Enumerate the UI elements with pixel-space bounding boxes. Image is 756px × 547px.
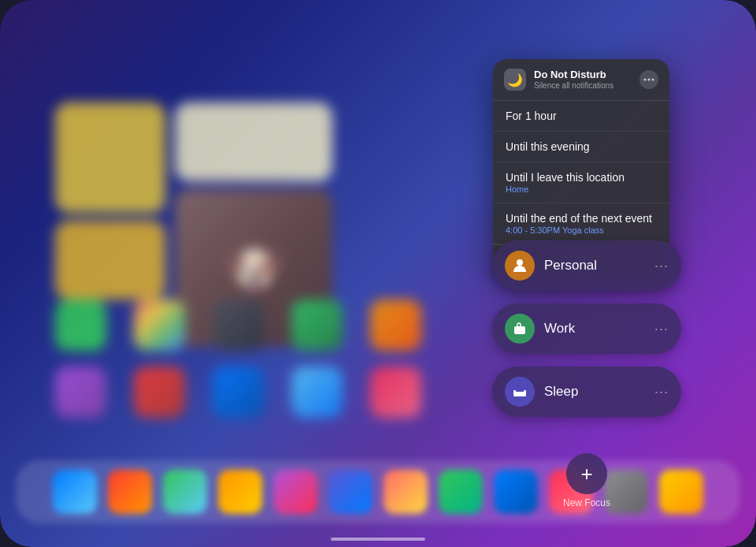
work-icon (505, 314, 535, 344)
dnd-item-label-until-event: Until the end of the next event (506, 212, 657, 225)
dnd-item-label-for-1-hour: For 1 hour (506, 110, 657, 122)
app-icon-orange (370, 300, 421, 351)
dock-icon-4 (218, 470, 262, 514)
widget-yellow-bottom (55, 221, 165, 300)
svg-point-2 (652, 79, 654, 81)
dnd-header-text: Do Not Disturb Silence all notifications (534, 69, 632, 91)
moon-icon: 🌙 (504, 69, 526, 91)
app-icon-purple (55, 367, 106, 418)
focus-label-sleep: Sleep (544, 384, 645, 400)
dnd-item-sublabel-home: Home (506, 184, 657, 194)
focus-buttons: Personal ··· Work ··· (492, 240, 681, 417)
ellipsis-icon (643, 78, 654, 81)
app-icon-camera (213, 300, 264, 351)
dnd-menu-item-until-event[interactable]: Until the end of the next event 4:00 - 5… (493, 203, 669, 244)
svg-rect-8 (513, 395, 526, 396)
app-icons-grid (55, 300, 433, 418)
app-icon-photos (134, 300, 185, 351)
person-icon (512, 258, 528, 274)
svg-point-3 (517, 259, 523, 266)
dnd-item-label-until-location: Until I leave this location (506, 171, 657, 184)
dock-icon-5 (273, 470, 317, 514)
new-focus-circle: + (566, 453, 607, 494)
app-icon-green (291, 300, 343, 351)
home-indicator (331, 538, 425, 541)
dnd-item-sublabel-yoga: 4:00 - 5:30PM Yoga class (506, 225, 657, 235)
svg-rect-7 (524, 390, 526, 393)
app-icon-teal (291, 367, 343, 418)
dnd-menu-item-until-evening[interactable]: Until this evening (493, 132, 669, 162)
dnd-subtitle: Silence all notifications (534, 81, 632, 91)
dnd-menu-item-for-1-hour[interactable]: For 1 hour (493, 101, 669, 132)
focus-button-sleep[interactable]: Sleep ··· (492, 367, 681, 417)
sleep-icon (505, 377, 535, 407)
widget-notes (175, 102, 332, 181)
new-focus-plus-icon: + (580, 462, 592, 486)
widget-yellow-top (55, 102, 165, 213)
ipad-frame: 🐶 � (0, 0, 756, 547)
dnd-title: Do Not Disturb (534, 69, 632, 81)
dock-icon-8 (439, 470, 483, 514)
svg-rect-6 (513, 390, 516, 393)
dock-icon-6 (328, 470, 372, 514)
briefcase-icon (512, 321, 528, 337)
svg-point-1 (648, 79, 650, 81)
app-grid-area: 🐶 (24, 47, 465, 481)
app-icon-blue (213, 367, 264, 418)
svg-rect-4 (514, 326, 525, 334)
focus-label-work: Work (544, 321, 645, 337)
focus-more-work[interactable]: ··· (654, 321, 669, 337)
dock-icon-2 (108, 470, 152, 514)
dnd-header: 🌙 Do Not Disturb Silence all notificatio… (493, 59, 669, 101)
app-icon-messages (55, 300, 106, 351)
dock-icon-1 (53, 470, 97, 514)
dnd-more-button[interactable] (639, 70, 658, 89)
focus-button-personal[interactable]: Personal ··· (492, 240, 681, 291)
focus-label-personal: Personal (544, 258, 645, 274)
bed-icon (512, 384, 528, 400)
dnd-item-label-until-evening: Until this evening (506, 140, 657, 153)
dock-icon-3 (163, 470, 207, 514)
dock-icon-7 (384, 470, 428, 514)
new-focus-label: New Focus (563, 497, 610, 508)
app-icon-pink (370, 367, 421, 418)
focus-more-personal[interactable]: ··· (654, 258, 669, 274)
focus-button-work[interactable]: Work ··· (492, 303, 681, 354)
focus-more-sleep[interactable]: ··· (654, 384, 669, 400)
personal-icon (505, 251, 535, 281)
svg-point-0 (644, 79, 647, 81)
new-focus-wrap[interactable]: + New Focus (492, 453, 681, 508)
dnd-menu-item-until-location[interactable]: Until I leave this location Home (493, 162, 669, 203)
app-icon-red (134, 367, 185, 418)
